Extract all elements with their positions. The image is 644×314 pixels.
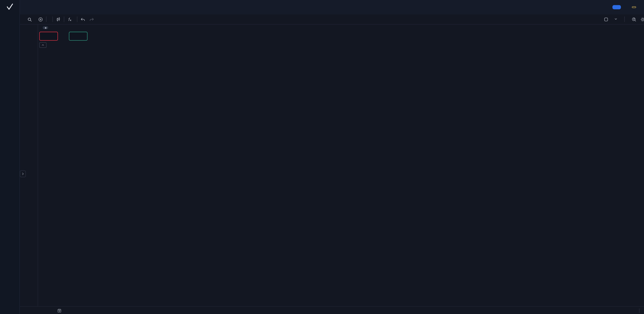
app-window xyxy=(0,0,644,314)
go-to-date-button[interactable] xyxy=(57,308,62,313)
chart-settings-button[interactable] xyxy=(640,17,644,22)
redo-button[interactable] xyxy=(89,17,94,22)
legend-ohlc-row xyxy=(39,26,68,30)
trade-buttons-row xyxy=(39,32,88,41)
demo-badge xyxy=(632,6,636,8)
chevron-right-icon xyxy=(21,172,24,176)
divider xyxy=(639,308,640,313)
chevron-down-icon xyxy=(614,18,618,21)
flash-search-icon xyxy=(632,17,636,22)
quick-search-alert-button[interactable] xyxy=(632,17,636,22)
object-tree-drawer-button[interactable] xyxy=(20,170,26,177)
chart-legend xyxy=(39,26,88,48)
chart-bottom-bar xyxy=(20,306,644,314)
toolbar-divider xyxy=(77,17,77,22)
drawing-toolbar xyxy=(20,24,38,306)
toolbar-divider xyxy=(46,17,46,22)
app-sidebar xyxy=(0,0,20,314)
chart-toolbar-right xyxy=(604,17,644,22)
toolbar-divider xyxy=(52,17,53,22)
indicators-button[interactable] xyxy=(67,17,74,22)
layout-checkbox[interactable] xyxy=(604,17,608,22)
search-icon xyxy=(27,17,32,22)
save-layout-button[interactable] xyxy=(612,18,618,21)
toolbar-divider xyxy=(64,17,64,22)
symbol-search-button[interactable] xyxy=(27,17,34,22)
undo-button[interactable] xyxy=(80,17,85,22)
toolbar-divider xyxy=(624,17,625,22)
demo-account-badge-block xyxy=(632,6,636,8)
plus-circle-icon xyxy=(38,17,43,22)
candles-icon xyxy=(56,17,61,22)
header-account-cluster xyxy=(612,3,644,12)
brand-logo-checkmark-icon xyxy=(0,0,20,15)
sell-button[interactable] xyxy=(39,32,58,41)
gear-icon xyxy=(640,17,644,22)
compare-add-symbol-button[interactable] xyxy=(38,17,43,22)
chart-toolbar-left xyxy=(27,17,94,22)
undo-icon xyxy=(80,17,85,22)
square-icon xyxy=(604,17,608,22)
top-header xyxy=(20,0,644,15)
source-toggle-icon[interactable] xyxy=(43,26,48,29)
chart-toolbar xyxy=(20,15,644,25)
spread-block xyxy=(58,32,69,41)
fx-icon xyxy=(67,17,72,22)
redo-icon xyxy=(89,17,94,22)
switch-to-real-account-button[interactable] xyxy=(612,5,621,9)
rsi-legend xyxy=(39,226,42,227)
buy-button[interactable] xyxy=(69,32,88,41)
legend-collapse-button[interactable] xyxy=(39,42,46,48)
price-chart-canvas[interactable] xyxy=(38,24,644,306)
calendar-goto-icon xyxy=(57,308,62,313)
chart-type-button[interactable] xyxy=(56,17,61,22)
bottom-bar-right xyxy=(634,308,644,313)
